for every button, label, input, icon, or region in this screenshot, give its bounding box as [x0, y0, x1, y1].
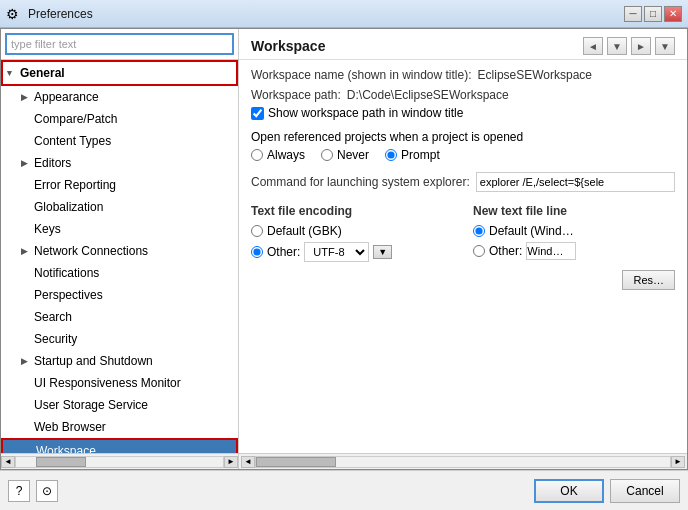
- new-line-other-row: Other:: [473, 242, 675, 260]
- tree-item-label-ui: UI Responsiveness Monitor: [34, 374, 181, 392]
- radio-prompt[interactable]: Prompt: [385, 148, 440, 162]
- cancel-button[interactable]: Cancel: [610, 479, 680, 503]
- radio-never-input[interactable]: [321, 149, 333, 161]
- show-path-checkbox[interactable]: [251, 107, 264, 120]
- expand-icon-notifications: [21, 264, 31, 282]
- show-path-label: Show workspace path in window title: [268, 106, 463, 120]
- tree-item-keys[interactable]: Keys: [1, 218, 238, 240]
- radio-always-input[interactable]: [251, 149, 263, 161]
- expand-icon-startup: ▶: [21, 352, 31, 370]
- tree-item-ui-responsiveness[interactable]: UI Responsiveness Monitor: [1, 372, 238, 394]
- nav-forward-button[interactable]: ►: [631, 37, 651, 55]
- radio-never[interactable]: Never: [321, 148, 369, 162]
- right-scroll-right-btn[interactable]: ►: [671, 456, 685, 468]
- tree-item-user-storage[interactable]: User Storage Service: [1, 394, 238, 416]
- workspace-path-value: D:\Code\EclipseSEWorkspace: [347, 88, 509, 102]
- expand-icon-editors: ▶: [21, 154, 31, 172]
- encoding-default-label: Default (GBK): [267, 224, 342, 238]
- show-path-row: Show workspace path in window title: [251, 106, 675, 120]
- close-button[interactable]: ✕: [664, 6, 682, 22]
- open-projects-text: Open referenced projects when a project …: [251, 130, 523, 144]
- tree-item-label-startup: Startup and Shutdown: [34, 352, 153, 370]
- restore-btn-area: Res…: [251, 262, 675, 290]
- right-h-scroll-thumb: [256, 457, 336, 467]
- encoding-dropdown-arrow[interactable]: ▼: [373, 245, 392, 259]
- nav-dropdown-button[interactable]: ▼: [607, 37, 627, 55]
- filter-input[interactable]: [5, 33, 234, 55]
- workspace-path-label: Workspace path:: [251, 88, 341, 102]
- expand-icon-glob: [21, 198, 31, 216]
- help-button[interactable]: ?: [8, 480, 30, 502]
- encoding-default-option[interactable]: Default (GBK): [251, 224, 453, 238]
- scroll-left-btn[interactable]: ◄: [1, 456, 15, 468]
- tree-item-compare-patch[interactable]: Compare/Patch: [1, 108, 238, 130]
- restore-button[interactable]: Res…: [622, 270, 675, 290]
- tree-item-label-security: Security: [34, 330, 77, 348]
- maximize-button[interactable]: □: [644, 6, 662, 22]
- expand-icon-error: [21, 176, 31, 194]
- expand-icon-keys: [21, 220, 31, 238]
- radio-always[interactable]: Always: [251, 148, 305, 162]
- tree-item-notifications[interactable]: Notifications: [1, 262, 238, 284]
- encoding-other-label: Other:: [267, 245, 300, 259]
- new-line-default-radio[interactable]: [473, 225, 485, 237]
- expand-icon-security: [21, 330, 31, 348]
- tree-item-label-glob: Globalization: [34, 198, 103, 216]
- tree-item-appearance[interactable]: ▶ Appearance: [1, 86, 238, 108]
- tree-item-globalization[interactable]: Globalization: [1, 196, 238, 218]
- minimize-button[interactable]: ─: [624, 6, 642, 22]
- command-input[interactable]: [476, 172, 675, 192]
- new-line-other-input[interactable]: [526, 242, 576, 260]
- footer-right: OK Cancel: [534, 479, 680, 503]
- expand-icon-search: [21, 308, 31, 326]
- encoding-dropdown[interactable]: UTF-8 UTF-16 ISO-8859-1 GBK: [304, 242, 369, 262]
- tree-area: ▾ General ▶ Appearance Compare/Patch Con…: [1, 60, 238, 453]
- expand-icon-content: [21, 132, 31, 150]
- h-scroll-track: [15, 456, 224, 468]
- tree-item-editors[interactable]: ▶ Editors: [1, 152, 238, 174]
- scroll-right-btn[interactable]: ►: [224, 456, 238, 468]
- radio-prompt-input[interactable]: [385, 149, 397, 161]
- right-scroll-left-btn[interactable]: ◄: [241, 456, 255, 468]
- tree-item-label-perspectives: Perspectives: [34, 286, 103, 304]
- right-h-scroll-track: [255, 456, 671, 468]
- new-line-other-label: Other:: [489, 244, 522, 258]
- tree-item-network[interactable]: ▶ Network Connections: [1, 240, 238, 262]
- command-row: Command for launching system explorer:: [251, 172, 675, 192]
- workspace-path-row: Workspace path: D:\Code\EclipseSEWorkspa…: [251, 88, 675, 102]
- new-line-other-radio[interactable]: [473, 245, 485, 257]
- tree-item-web-browser[interactable]: Web Browser: [1, 416, 238, 438]
- expand-icon-network: ▶: [21, 242, 31, 260]
- nav-forward-dropdown[interactable]: ▼: [655, 37, 675, 55]
- tree-item-label-general: General: [20, 64, 65, 82]
- right-horizontal-scrollbar[interactable]: ◄ ►: [239, 453, 687, 469]
- nav-buttons: ◄ ▼ ► ▼: [583, 37, 675, 55]
- new-line-default-label: Default (Wind…: [489, 224, 574, 238]
- tree-item-error-reporting[interactable]: Error Reporting: [1, 174, 238, 196]
- encoding-default-radio[interactable]: [251, 225, 263, 237]
- footer-left: ? ⊙: [8, 480, 58, 502]
- ok-button[interactable]: OK: [534, 479, 604, 503]
- settings-icon-button[interactable]: ⊙: [36, 480, 58, 502]
- nav-back-button[interactable]: ◄: [583, 37, 603, 55]
- tree-item-general[interactable]: ▾ General: [1, 60, 238, 86]
- expand-icon-compare: [21, 110, 31, 128]
- tree-item-security[interactable]: Security: [1, 328, 238, 350]
- tree-item-workspace[interactable]: Workspace: [1, 438, 238, 453]
- right-panel: Workspace ◄ ▼ ► ▼ Workspace name (shown …: [239, 29, 687, 469]
- right-panel-title: Workspace: [251, 38, 325, 54]
- title-bar-icon: ⚙: [6, 6, 22, 22]
- workspace-name-value: EclipseSEWorkspace: [478, 68, 593, 82]
- tree-item-label-content: Content Types: [34, 132, 111, 150]
- tree-item-content-types[interactable]: Content Types: [1, 130, 238, 152]
- tree-item-startup[interactable]: ▶ Startup and Shutdown: [1, 350, 238, 372]
- new-line-default-option[interactable]: Default (Wind…: [473, 224, 675, 238]
- tree-item-perspectives[interactable]: Perspectives: [1, 284, 238, 306]
- tree-item-label-keys: Keys: [34, 220, 61, 238]
- right-header: Workspace ◄ ▼ ► ▼: [239, 29, 687, 60]
- tree-item-search[interactable]: Search: [1, 306, 238, 328]
- tree-item-label-search: Search: [34, 308, 72, 326]
- left-horizontal-scrollbar[interactable]: ◄ ►: [1, 453, 238, 469]
- tree-item-label-notifications: Notifications: [34, 264, 99, 282]
- encoding-other-radio[interactable]: [251, 246, 263, 258]
